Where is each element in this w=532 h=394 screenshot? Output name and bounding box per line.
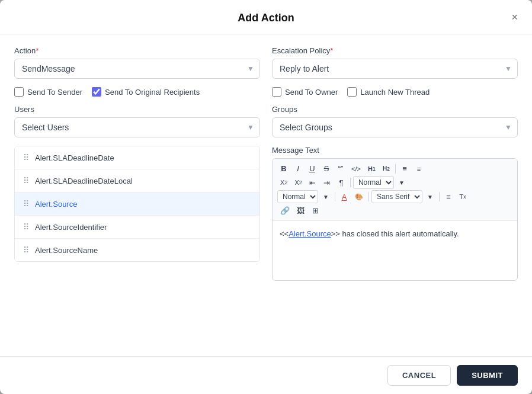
- list-item[interactable]: ⠿ Alert.SourceIdentifier: [15, 216, 259, 239]
- item-text-2: Alert.Source: [35, 200, 78, 209]
- editor-panel: B I U S “” </> H1 H2 ≡ ≡: [272, 158, 518, 281]
- send-to-sender-label: Send To Sender: [27, 88, 82, 97]
- table-button[interactable]: ⊞: [309, 204, 322, 217]
- drag-icon: ⠿: [23, 199, 29, 209]
- drag-icon: ⠿: [23, 153, 29, 162]
- toolbar-row-2: X2 X2 ⇤ ⇥ ¶ Normal ▼: [277, 176, 512, 189]
- escalation-select-wrapper: Reply to Alert ▼: [272, 59, 518, 79]
- font-family-arrow-button[interactable]: ▼: [424, 192, 437, 202]
- toolbar-row-1: B I U S “” </> H1 H2 ≡ ≡: [277, 162, 512, 175]
- unordered-list-button[interactable]: ≡: [398, 162, 411, 175]
- users-field-container: Users Select Users ▼: [14, 105, 260, 146]
- format-arrow-button[interactable]: ▼: [395, 178, 408, 188]
- item-text-0: Alert.SLADeadlineDate: [35, 153, 114, 162]
- groups-field-container: Groups Select Groups ▼: [272, 105, 518, 146]
- clear-format-button[interactable]: Tx: [456, 191, 469, 202]
- font-family-select[interactable]: Sans Serif: [371, 190, 422, 203]
- modal-title: Add Action: [238, 12, 294, 24]
- close-button[interactable]: ×: [509, 9, 520, 25]
- indent-less-button[interactable]: ⇤: [306, 177, 319, 189]
- escalation-field-container: Escalation Policy* Reply to Alert ▼: [272, 46, 518, 87]
- variable-list: ⠿ Alert.SLADeadlineDate ⠿ Alert.SLADeadl…: [14, 146, 260, 262]
- escalation-select[interactable]: Reply to Alert: [272, 59, 518, 79]
- action-field-container: Action* SendMessage ▼: [14, 46, 260, 87]
- toolbar-separator-3: [335, 192, 335, 201]
- font-size-arrow-button[interactable]: ▼: [319, 192, 332, 202]
- send-to-owner-input[interactable]: [272, 87, 281, 97]
- h2-button[interactable]: H2: [380, 164, 393, 174]
- list-item[interactable]: ⠿ Alert.SLADeadlineDateLocal: [15, 169, 259, 193]
- subscript-button[interactable]: X2: [277, 177, 290, 188]
- list-item[interactable]: ⠿ Alert.SourceName: [15, 239, 259, 261]
- item-text-1: Alert.SLADeadlineDateLocal: [35, 177, 133, 185]
- ordered-list-button[interactable]: ≡: [412, 164, 425, 174]
- message-text-label: Message Text: [272, 146, 518, 155]
- strikethrough-button[interactable]: S: [320, 162, 333, 175]
- drag-icon: ⠿: [23, 176, 29, 185]
- bold-button[interactable]: B: [277, 162, 290, 175]
- send-to-owner-label: Send To Owner: [285, 88, 338, 97]
- alert-source-link[interactable]: Alert.Source: [289, 229, 331, 238]
- users-select[interactable]: Select Users: [14, 117, 260, 137]
- action-select-wrapper: SendMessage ▼: [14, 59, 260, 79]
- underline-button[interactable]: U: [306, 162, 319, 175]
- format-select[interactable]: Normal: [353, 176, 394, 189]
- modal-dialog: Add Action × Action* SendMessage ▼: [0, 0, 532, 394]
- highlight-color-button[interactable]: 🎨: [352, 191, 366, 203]
- toolbar-separator-5: [439, 192, 440, 201]
- drag-icon: ⠿: [23, 222, 29, 232]
- action-select[interactable]: SendMessage: [14, 59, 260, 79]
- h1-button[interactable]: H1: [365, 164, 379, 174]
- toolbar-row-3: Normal ▼ A 🎨 Sans Serif ▼: [277, 190, 512, 203]
- item-text-3: Alert.SourceIdentifier: [35, 223, 107, 232]
- launch-new-thread-label: Launch New Thread: [360, 88, 430, 97]
- toolbar-separator-2: [350, 178, 351, 187]
- message-editor-container: Message Text B I U S “” </> H1: [272, 146, 518, 281]
- code-button[interactable]: </>: [348, 164, 364, 174]
- groups-select-wrapper: Select Groups ▼: [272, 117, 518, 137]
- modal-overlay: Add Action × Action* SendMessage ▼: [0, 0, 532, 394]
- escalation-label: Escalation Policy*: [272, 46, 518, 55]
- link-button[interactable]: 🔗: [277, 204, 293, 217]
- toolbar-row-4: 🔗 🖼 ⊞: [277, 204, 512, 217]
- send-to-original-recipients-checkbox[interactable]: Send To Original Recipients: [92, 87, 200, 97]
- cancel-button[interactable]: CANCEL: [387, 365, 451, 386]
- left-checkbox-row: Send To Sender Send To Original Recipien…: [14, 87, 260, 97]
- send-to-owner-checkbox[interactable]: Send To Owner: [272, 87, 338, 97]
- submit-button[interactable]: SUBMIT: [457, 365, 518, 386]
- list-item-active[interactable]: ⠿ Alert.Source: [15, 193, 259, 216]
- right-checkboxes: Send To Owner Launch New Thread: [272, 87, 518, 105]
- send-to-sender-input[interactable]: [14, 87, 24, 97]
- users-select-wrapper: Select Users ▼: [14, 117, 260, 137]
- editor-toolbar: B I U S “” </> H1 H2 ≡ ≡: [273, 159, 517, 221]
- groups-label: Groups: [272, 105, 518, 114]
- launch-new-thread-input[interactable]: [347, 87, 357, 97]
- action-label: Action*: [14, 46, 260, 55]
- toolbar-separator-4: [368, 192, 369, 201]
- launch-new-thread-checkbox[interactable]: Launch New Thread: [347, 87, 430, 97]
- editor-content[interactable]: <<Alert.Source>> has closed this alert a…: [273, 221, 517, 280]
- send-to-original-recipients-input[interactable]: [92, 87, 101, 97]
- list-item[interactable]: ⠿ Alert.SLADeadlineDate: [15, 146, 259, 169]
- modal-footer: CANCEL SUBMIT: [0, 356, 532, 394]
- image-button[interactable]: 🖼: [294, 204, 307, 217]
- align-button[interactable]: ≡: [442, 191, 455, 203]
- superscript-button[interactable]: X2: [291, 177, 305, 188]
- send-to-sender-checkbox[interactable]: Send To Sender: [14, 87, 82, 97]
- font-color-button[interactable]: A: [338, 191, 351, 203]
- right-checkbox-row: Send To Owner Launch New Thread: [272, 87, 518, 97]
- send-to-original-recipients-label: Send To Original Recipients: [105, 88, 200, 97]
- text-direction-button[interactable]: ¶: [335, 177, 348, 189]
- variable-list-container: ⠿ Alert.SLADeadlineDate ⠿ Alert.SLADeadl…: [14, 146, 260, 262]
- item-text-4: Alert.SourceName: [35, 246, 98, 255]
- italic-button[interactable]: I: [291, 162, 305, 175]
- font-size-select[interactable]: Normal: [277, 190, 318, 203]
- indent-more-button[interactable]: ⇥: [321, 177, 334, 189]
- drag-icon: ⠿: [23, 245, 29, 255]
- left-checkboxes: Send To Sender Send To Original Recipien…: [14, 87, 260, 105]
- users-label: Users: [14, 105, 260, 114]
- modal-body: Action* SendMessage ▼ Escalation Policy*: [0, 34, 532, 356]
- quote-button[interactable]: “”: [334, 162, 347, 175]
- groups-select[interactable]: Select Groups: [272, 117, 518, 137]
- modal-header: Add Action ×: [0, 0, 532, 34]
